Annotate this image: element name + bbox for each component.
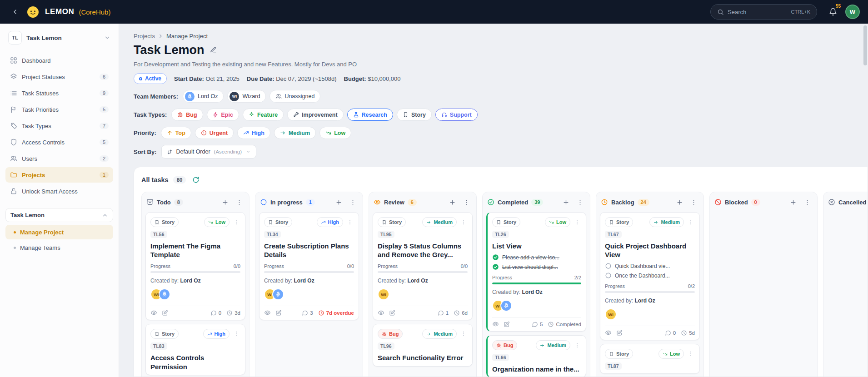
task-type-chip-research[interactable]: Research xyxy=(347,109,393,121)
task-card-tl95[interactable]: StoryMediumTL95Display 5 Status Columns … xyxy=(373,212,473,320)
add-task-button[interactable] xyxy=(560,197,571,208)
task-type-chip-feature[interactable]: Feature xyxy=(243,109,284,121)
column-menu-button[interactable] xyxy=(347,197,358,208)
sidebar-subitem-manage-project[interactable]: Manage Project xyxy=(5,225,113,239)
sidebar-item-projects[interactable]: Projects1 xyxy=(5,167,113,183)
task-type-chip-bug[interactable]: Bug xyxy=(171,109,203,121)
back-button[interactable] xyxy=(8,5,22,19)
edit-task-button[interactable] xyxy=(504,321,510,327)
progress-bar xyxy=(264,271,354,273)
column-menu-button[interactable] xyxy=(461,197,472,208)
sidebar-item-users[interactable]: Users2 xyxy=(5,151,113,166)
card-menu-button[interactable] xyxy=(232,329,240,339)
task-card-tl96[interactable]: BugMediumTL96Search Functionality Error xyxy=(373,324,473,366)
priority-chip-medium[interactable]: Medium xyxy=(274,127,316,139)
add-task-button[interactable] xyxy=(674,197,685,208)
edit-task-button[interactable] xyxy=(275,310,282,316)
search-input[interactable] xyxy=(728,9,788,15)
checklist-item[interactable]: List view should displ... xyxy=(492,263,581,270)
team-member-wizard[interactable]: WIWizard xyxy=(227,90,266,103)
task-type-chip-support[interactable]: Support xyxy=(435,109,478,121)
priority-chip-high[interactable]: High xyxy=(237,127,270,139)
task-card-tl66[interactable]: BugMediumTL66Organization name in the... xyxy=(486,335,586,377)
column-menu-button[interactable] xyxy=(688,197,699,208)
edit-title-button[interactable] xyxy=(210,46,217,55)
task-type-chip-story[interactable]: Story xyxy=(397,109,432,121)
card-title: Display 5 Status Columns and Remove the … xyxy=(378,242,468,259)
card-menu-button[interactable] xyxy=(459,329,468,339)
sidebar-subitem-manage-teams[interactable]: Manage Teams xyxy=(5,240,113,255)
column-title: Backlog xyxy=(611,199,634,206)
breadcrumb-root[interactable]: Projects xyxy=(134,33,155,40)
dashboard-icon xyxy=(10,57,17,64)
progress-bar xyxy=(605,291,695,293)
sidebar-item-task-statuses[interactable]: Task Statuses9 xyxy=(5,85,113,101)
column-menu-button[interactable] xyxy=(574,197,585,208)
column-menu-button[interactable] xyxy=(234,197,244,208)
sidebar-item-access-controls[interactable]: Access Controls5 xyxy=(5,134,113,150)
edit-task-button[interactable] xyxy=(616,330,623,336)
column-menu-button[interactable] xyxy=(802,197,813,208)
vertical-scrollbar[interactable] xyxy=(863,25,867,375)
column-title: Completed xyxy=(498,199,528,206)
sidebar-item-unlock-smart-access[interactable]: Unlock Smart Access xyxy=(5,184,113,199)
sidebar-item-dashboard[interactable]: Dashboard xyxy=(5,53,113,68)
view-task-button[interactable] xyxy=(150,309,157,316)
task-card-tl26[interactable]: StoryLowTL26List ViewPlease add a view i… xyxy=(486,212,586,332)
view-task-button[interactable] xyxy=(264,309,271,316)
trend-down-icon xyxy=(208,220,213,225)
task-card-tl83[interactable]: StoryHighTL83Access Controls Permission xyxy=(145,324,245,375)
task-card-tl67[interactable]: StoryMediumTL67Quick Project Dashboard V… xyxy=(600,212,700,340)
view-task-button[interactable] xyxy=(378,309,384,316)
checklist-item[interactable]: Quick Dashboard vie... xyxy=(605,263,695,269)
task-type-chip-epic[interactable]: Epic xyxy=(207,109,239,121)
card-menu-button[interactable] xyxy=(346,217,354,227)
sidebar-item-task-types[interactable]: Task Types7 xyxy=(5,118,113,134)
task-card-tl87[interactable]: StoryLowTL87 xyxy=(600,344,700,374)
time-text: 6d xyxy=(462,310,468,316)
card-menu-button[interactable] xyxy=(687,349,695,359)
add-task-button[interactable] xyxy=(788,197,798,208)
scrollbar-thumb[interactable] xyxy=(863,25,867,65)
checklist-item[interactable]: Please add a view ico... xyxy=(492,254,581,261)
priority-chip-urgent[interactable]: Urgent xyxy=(195,127,234,139)
dots-icon xyxy=(574,342,580,348)
sidebar-item-task-priorities[interactable]: Task Priorities5 xyxy=(5,102,113,117)
checklist-item[interactable]: Once the Dashboard... xyxy=(605,272,695,279)
user-avatar[interactable]: W xyxy=(845,5,860,19)
add-task-button[interactable] xyxy=(447,197,458,208)
sidebar-item-project-statuses[interactable]: Project Statuses6 xyxy=(5,69,113,84)
add-task-button[interactable] xyxy=(219,197,230,208)
view-task-button[interactable] xyxy=(492,321,499,327)
edit-task-button[interactable] xyxy=(389,310,395,316)
sort-dropdown[interactable]: Default Order (Ascending) xyxy=(161,145,256,159)
edit-task-button[interactable] xyxy=(162,310,168,316)
priority-chip-low[interactable]: Low xyxy=(319,127,351,139)
card-menu-button[interactable] xyxy=(687,217,695,227)
workspace-switcher[interactable]: TL Task Lemon xyxy=(5,29,113,46)
card-header: StoryMedium xyxy=(378,217,468,227)
time-text: 5d xyxy=(689,330,695,336)
add-task-button[interactable] xyxy=(333,197,344,208)
team-member-lord-oz[interactable]: Lord Oz xyxy=(183,90,224,103)
task-type-chip-improvement[interactable]: Improvement xyxy=(287,109,344,121)
card-menu-button[interactable] xyxy=(232,217,240,227)
card-menu-button[interactable] xyxy=(573,217,581,227)
view-task-button[interactable] xyxy=(605,329,612,336)
task-card-tl56[interactable]: StoryLowTL56Implement The Figma Template… xyxy=(145,212,245,320)
column-title: Review xyxy=(384,199,404,206)
card-menu-button[interactable] xyxy=(459,217,468,227)
project-section-header[interactable]: Task Lemon xyxy=(5,208,113,222)
task-card-tl34[interactable]: StoryHighTL34Create Subscription Plans D… xyxy=(259,212,359,320)
card-footer: 16d xyxy=(378,306,468,316)
card-menu-button[interactable] xyxy=(573,340,581,350)
team-member-unassigned[interactable]: Unassigned xyxy=(269,90,320,103)
eye-icon xyxy=(605,329,612,336)
lemon-logo xyxy=(26,5,40,19)
notifications-button[interactable]: 55 xyxy=(825,4,841,20)
comments-number: 5 xyxy=(540,322,543,327)
trend-flat-icon xyxy=(426,332,431,337)
search-box[interactable]: CTRL+K xyxy=(710,4,817,20)
refresh-button[interactable] xyxy=(190,174,201,185)
priority-chip-top[interactable]: Top xyxy=(161,127,191,139)
